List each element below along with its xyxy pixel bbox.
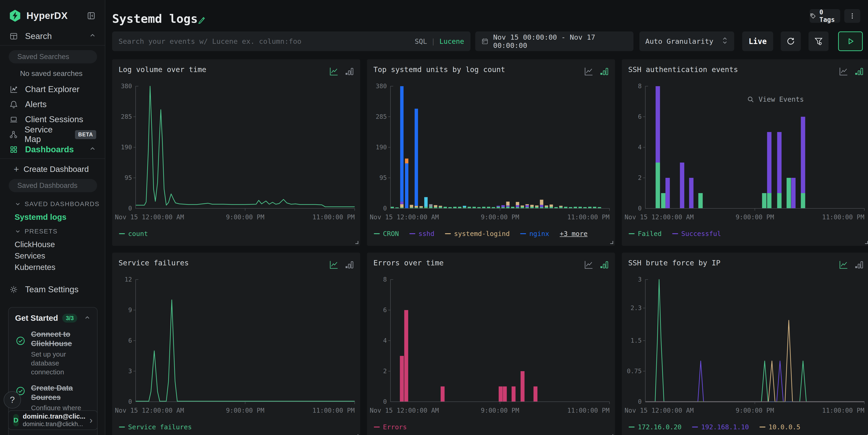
svg-text:11:00:00 PM: 11:00:00 PM: [312, 213, 355, 221]
saved-dashboards-header[interactable]: SAVED DASHBOARDS: [0, 198, 105, 210]
task-desc: Set up your database connection: [31, 350, 90, 376]
sql-toggle[interactable]: SQL: [414, 37, 427, 45]
panel-ssh-auth-events: SSH authentication events View Events 02…: [622, 59, 868, 246]
saved-searches-input[interactable]: ⌘K: [9, 50, 97, 63]
divider: [0, 158, 105, 159]
preset-item-label: Services: [14, 251, 45, 260]
sidebar-item-chart-explorer[interactable]: Chart Explorer: [0, 82, 105, 97]
line-chart-toggle-icon[interactable]: [838, 66, 849, 76]
chart-canvas[interactable]: 036912Nov 15 12:00:00 AM9:00:00 PM11:00:…: [114, 276, 358, 418]
check-circle-icon: [15, 330, 26, 376]
line-chart-toggle-icon[interactable]: [329, 66, 339, 76]
resize-handle[interactable]: [610, 241, 613, 244]
saved-dashboards-input[interactable]: ⌘K: [9, 179, 97, 192]
svg-text:380: 380: [376, 83, 387, 90]
run-query-button[interactable]: [838, 31, 863, 51]
svg-text:9:00:00 PM: 9:00:00 PM: [736, 213, 774, 221]
sidebar-item-team-settings[interactable]: Team Settings: [0, 282, 105, 297]
bar-chart-toggle-icon[interactable]: [854, 259, 864, 270]
bar-chart-toggle-icon[interactable]: [344, 259, 354, 270]
saved-dashboards-field[interactable]: [17, 182, 105, 190]
sidebar-item-label: Alerts: [25, 100, 47, 109]
svg-text:12: 12: [124, 276, 132, 283]
dashboard-item-label: Systemd logs: [14, 213, 67, 222]
refresh-button[interactable]: [781, 31, 801, 51]
sidebar-item-dashboards[interactable]: Dashboards: [0, 142, 105, 157]
dashboard-item-systemd-logs[interactable]: Systemd logs: [0, 211, 105, 223]
search-page-icon: [9, 32, 19, 41]
filter-button[interactable]: [808, 31, 829, 51]
svg-text:3: 3: [638, 276, 642, 283]
svg-text:Nov 15 12:00:00 AM: Nov 15 12:00:00 AM: [370, 213, 439, 221]
resize-handle[interactable]: [355, 241, 358, 244]
preset-item-services[interactable]: Services: [0, 250, 105, 261]
bar-chart-toggle-icon[interactable]: [598, 66, 609, 76]
chart-canvas[interactable]: 095190285380Nov 15 12:00:00 AM9:00:00 PM…: [369, 83, 613, 224]
chart-canvas[interactable]: 095190285380Nov 15 12:00:00 AM9:00:00 PM…: [114, 83, 358, 224]
line-chart-toggle-icon[interactable]: [329, 259, 339, 270]
panel-errors-over-time: Errors over time 02468Nov 15 12:00:00 AM…: [367, 253, 615, 435]
page-title: Systemd logs: [112, 12, 198, 26]
bar-chart-toggle-icon[interactable]: [344, 66, 354, 76]
chart-legend: 172.16.0.20192.168.1.1010.0.0.5: [629, 423, 800, 431]
sidebar-item-alerts[interactable]: Alerts: [0, 97, 105, 112]
bar-chart-toggle-icon[interactable]: [598, 259, 609, 270]
chart-canvas[interactable]: 02468Nov 15 12:00:00 AM9:00:00 PM11:00:0…: [624, 83, 868, 224]
sidebar-item-search[interactable]: Search: [0, 29, 105, 44]
preset-item-label: Kubernetes: [14, 262, 55, 272]
preset-item-clickhouse[interactable]: ClickHouse: [0, 239, 105, 250]
sidebar-item-service-map[interactable]: Service Map BETA: [0, 127, 105, 142]
chevron-up-icon[interactable]: [84, 314, 91, 322]
line-chart-toggle-icon[interactable]: [584, 66, 594, 76]
sidebar-item-label: Dashboards: [25, 145, 74, 154]
chevron-up-icon[interactable]: [89, 145, 96, 154]
task-connect-clickhouse[interactable]: Connect to ClickHouse Set up your databa…: [15, 330, 91, 376]
chevron-right-icon: ›: [90, 415, 93, 426]
preset-item-label: ClickHouse: [14, 240, 55, 249]
event-search-input[interactable]: [119, 37, 414, 45]
svg-text:6: 6: [638, 113, 642, 120]
panel-title: Service failures: [119, 258, 189, 267]
resize-handle[interactable]: [865, 241, 868, 244]
event-search-bar[interactable]: SQL | Lucene: [112, 31, 470, 51]
help-button[interactable]: ?: [4, 391, 21, 409]
tags-button[interactable]: 0 Tags: [810, 9, 840, 23]
legend-item: systemd-logind: [445, 230, 510, 238]
sidebar-collapse-icon[interactable]: [85, 10, 97, 22]
svg-text:9:00:00 PM: 9:00:00 PM: [481, 407, 519, 414]
gear-icon: [9, 285, 19, 294]
saved-searches-field[interactable]: [17, 53, 105, 61]
sidebar-item-label: Chart Explorer: [25, 85, 80, 94]
user-menu[interactable]: D dominic.tran@clic... dominic.tran@clic…: [8, 410, 98, 430]
date-range-picker[interactable]: Nov 15 00:00:00 - Nov 17 00:00:00: [475, 31, 633, 51]
dashboard-menu-button[interactable]: [844, 9, 860, 23]
line-chart-toggle-icon[interactable]: [584, 259, 594, 270]
legend-item: CRON: [374, 230, 399, 238]
live-button[interactable]: Live: [742, 31, 773, 51]
svg-text:3: 3: [128, 368, 132, 375]
task-title: Connect to ClickHouse: [31, 330, 86, 348]
legend-item: count: [119, 230, 148, 238]
chart-canvas[interactable]: 02468Nov 15 12:00:00 AM9:00:00 PM11:00:0…: [369, 276, 613, 418]
chevron-up-icon[interactable]: [89, 31, 96, 41]
divider: [0, 45, 105, 45]
svg-text:2: 2: [638, 174, 642, 181]
svg-text:285: 285: [376, 113, 387, 120]
chart-canvas[interactable]: 00.751.52.33Nov 15 12:00:00 AM9:00:00 PM…: [624, 276, 868, 418]
svg-text:Nov 15 12:00:00 AM: Nov 15 12:00:00 AM: [625, 213, 693, 221]
granularity-value: Auto Granularity: [645, 37, 713, 45]
bar-chart-toggle-icon[interactable]: [854, 66, 864, 76]
create-dashboard-button[interactable]: + Create Dashboard: [0, 162, 105, 176]
preset-item-kubernetes[interactable]: Kubernetes: [0, 261, 105, 273]
lucene-toggle[interactable]: Lucene: [439, 37, 464, 45]
svg-text:0: 0: [383, 205, 387, 212]
line-chart-toggle-icon[interactable]: [838, 259, 849, 270]
section-label: PRESETS: [25, 228, 58, 235]
presets-header[interactable]: PRESETS: [0, 226, 105, 237]
svg-text:11:00:00 PM: 11:00:00 PM: [567, 213, 610, 221]
granularity-select[interactable]: Auto Granularity: [640, 31, 734, 51]
svg-text:Nov 15 12:00:00 AM: Nov 15 12:00:00 AM: [370, 407, 439, 414]
legend-more-link[interactable]: +3 more: [560, 230, 587, 238]
chart-legend: count: [119, 230, 148, 238]
edit-title-icon[interactable]: [197, 15, 207, 26]
